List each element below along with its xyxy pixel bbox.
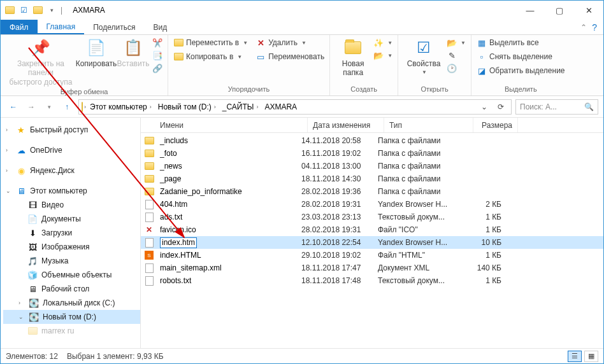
deselect-label: Снять выделение [489, 52, 552, 61]
refresh-button[interactable]: ⟳ [493, 102, 508, 111]
col-type[interactable]: Тип [384, 118, 473, 132]
new-item-button[interactable]: ✨▼ [373, 38, 392, 48]
nav-label: Локальный диск (C:) [43, 298, 115, 307]
nav-label: Объемные объекты [41, 270, 111, 279]
nav-desktop[interactable]: 🖥Рабочий стол [3, 282, 140, 296]
properties-button[interactable]: ☑ Свойства ▼ [403, 38, 444, 76]
view-details-button[interactable]: ☰ [568, 351, 582, 362]
table-row[interactable]: robots.txt 18.11.2018 17:48 Текстовый до… [141, 274, 603, 287]
collapse-icon[interactable]: ⌄ [18, 314, 25, 320]
delete-button[interactable]: ✕Удалить▼ [255, 38, 324, 48]
copy-label: Копировать [76, 59, 117, 68]
table-row[interactable]: _foto 16.11.2018 19:02 Папка с файлами [141, 147, 603, 160]
address-bar[interactable]: › Этот компьютер› Новый том (D:)› _САЙТЫ… [78, 99, 512, 115]
copy-path-button[interactable]: 📑 [152, 50, 162, 60]
file-date: 23.03.2018 23:13 [296, 213, 373, 221]
invert-button[interactable]: ◪Обратить выделение [477, 66, 565, 76]
col-name[interactable]: Имени [155, 118, 308, 132]
nav-video[interactable]: 🎞Видео [3, 198, 140, 212]
file-list: Имени Дата изменения Тип Размера _includ… [141, 118, 603, 348]
copy-to-button[interactable]: Копировать в▼ [173, 52, 248, 62]
nav-onedrive[interactable]: ›☁OneDrive [3, 143, 140, 157]
nav-local-d[interactable]: ⌄💽Новый том (D:) [3, 310, 140, 324]
breadcrumb[interactable]: Новый том (D:)› [155, 102, 219, 111]
collapse-icon[interactable]: ⌄ [6, 188, 12, 194]
nav-this-pc[interactable]: ⌄🖥Этот компьютер [3, 184, 140, 198]
select-group-label: Выделить [471, 84, 570, 95]
ribbon-collapse-icon[interactable]: ⌃ [580, 23, 587, 32]
nav-documents[interactable]: 📄Документы [3, 212, 140, 226]
navigation-pane[interactable]: ›★Быстрый доступ ›☁OneDrive ›◉Яндекс.Дис… [1, 118, 141, 348]
expand-icon[interactable]: › [18, 300, 25, 306]
expand-icon[interactable]: › [6, 167, 12, 174]
table-row[interactable]: 404.htm 28.02.2018 19:31 Yandex Browser … [141, 198, 603, 211]
table-row[interactable]: _news 04.11.2018 13:00 Папка с файлами [141, 160, 603, 172]
col-date[interactable]: Дата изменения [308, 118, 384, 132]
close-button[interactable]: ✕ [574, 1, 603, 20]
easy-access-button[interactable]: 📂▼ [373, 50, 392, 60]
table-row[interactable]: S index.HTML 29.10.2018 19:02 Файл "HTML… [141, 249, 603, 262]
table-row[interactable]: ads.txt 23.03.2018 23:13 Текстовый докум… [141, 211, 603, 223]
nav-downloads[interactable]: ⬇Загрузки [3, 226, 140, 240]
table-row[interactable]: Zadanie_po_informatike 28.02.2018 19:36 … [141, 185, 603, 198]
new-folder-button[interactable]: Новая папка [335, 38, 371, 78]
nav-pictures[interactable]: 🖼Изображения [3, 240, 140, 254]
breadcrumb[interactable]: AXMARA [262, 102, 299, 111]
help-icon[interactable]: ? [592, 22, 597, 32]
nav-yandex[interactable]: ›◉Яндекс.Диск [3, 164, 140, 178]
up-button[interactable]: ↑ [59, 99, 75, 115]
table-row[interactable]: ✕ favicon.ico 28.02.2018 19:31 Файл "ICO… [141, 223, 603, 236]
copy-button[interactable]: 📄 Копировать [76, 38, 117, 68]
rename-input[interactable]: index.htm [160, 237, 197, 248]
breadcrumb[interactable]: _САЙТЫ› [220, 102, 261, 111]
back-button[interactable]: ← [6, 99, 21, 115]
tab-view[interactable]: Вид [144, 20, 176, 34]
nav-3d[interactable]: 🧊Объемные объекты [3, 268, 140, 282]
breadcrumb[interactable]: Этот компьютер› [87, 102, 154, 111]
expand-icon[interactable]: › [6, 127, 12, 133]
downloads-icon: ⬇ [27, 228, 38, 238]
table-row[interactable]: index.htm 12.10.2018 22:54 Yandex Browse… [141, 236, 603, 249]
tab-file[interactable]: Файл [1, 20, 38, 34]
nav-quick-access[interactable]: ›★Быстрый доступ [3, 123, 140, 137]
nav-local-c[interactable]: ›💽Локальный диск (C:) [3, 296, 140, 310]
file-type: Текстовый докум... [373, 213, 462, 221]
minimize-button[interactable]: — [515, 1, 545, 20]
forward-button[interactable]: → [24, 99, 39, 115]
properties-icon[interactable]: ☑ [18, 5, 29, 15]
view-icons-button[interactable]: ▦ [584, 351, 598, 362]
nav-extra[interactable]: marrex ru [3, 324, 140, 338]
qat-dropdown-icon[interactable]: ▾ [47, 5, 57, 15]
file-date: 28.02.2018 19:31 [296, 225, 373, 234]
paste-shortcut-button[interactable]: 🔗 [152, 63, 162, 73]
pin-button[interactable]: 📌 Закрепить на панели быстрого доступа [6, 38, 76, 87]
recent-dropdown[interactable]: ▾ [41, 99, 57, 115]
edit-button[interactable]: ✎ [447, 50, 466, 60]
cut-button[interactable]: ✂️ [152, 38, 162, 48]
open-button[interactable]: 📂▼ [447, 38, 466, 48]
address-dropdown[interactable]: ⌄ [477, 102, 492, 111]
table-row[interactable]: main_sitemap.xml 18.11.2018 17:47 Докуме… [141, 262, 603, 274]
nav-music[interactable]: 🎵Музыка [3, 254, 140, 268]
file-type: Папка с файлами [373, 149, 462, 158]
tab-share[interactable]: Поделиться [84, 20, 144, 34]
cloud-icon: ☁ [16, 145, 26, 155]
history-button[interactable]: 🕑 [447, 63, 466, 73]
move-to-button[interactable]: Переместить в▼ [173, 38, 248, 48]
table-row[interactable]: _includs 14.11.2018 20:58 Папка с файлам… [141, 134, 603, 147]
paste-button[interactable]: 📋 Вставить [117, 38, 150, 68]
select-all-button[interactable]: ▦Выделить все [477, 38, 565, 48]
table-row[interactable]: _page 18.11.2018 14:30 Папка с файлами [141, 172, 603, 185]
rename-button[interactable]: ▭Переименовать [255, 52, 324, 62]
file-type: Папка с файлами [373, 187, 462, 196]
file-date: 18.11.2018 17:47 [296, 263, 373, 272]
file-icon: S [143, 250, 155, 260]
expand-icon[interactable]: › [6, 147, 12, 153]
chevron-down-icon: ▼ [387, 53, 392, 59]
tab-home[interactable]: Главная [38, 20, 85, 34]
col-size[interactable]: Размера [473, 118, 518, 132]
search-input[interactable]: Поиск: A... 🔍 [515, 99, 598, 115]
maximize-button[interactable]: ▢ [545, 1, 574, 20]
nav-label: Яндекс.Диск [30, 166, 75, 175]
deselect-button[interactable]: ▫Снять выделение [477, 52, 565, 62]
